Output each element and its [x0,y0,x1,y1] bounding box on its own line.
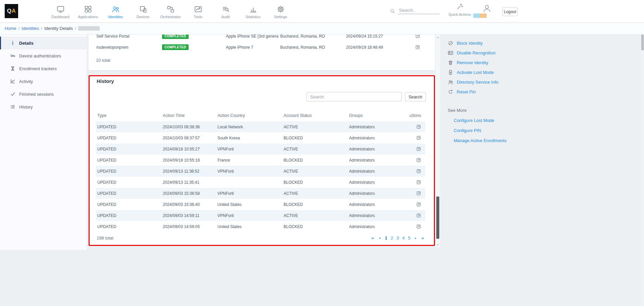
breadcrumb-separator: / [18,26,20,31]
action-directory-service-info[interactable]: Directory Service Info [448,77,538,87]
cell-time: 2024/09/19 18:48:49 [344,45,399,50]
action-remove-identity[interactable]: Remove Identity [448,58,538,68]
breadcrumb-home[interactable]: Home [5,26,16,31]
action-disable-recognition[interactable]: Disable Recognition [448,48,538,58]
block-icon [448,40,453,46]
cell-action-time: 2024/09/18 10:55:18 [161,158,216,163]
cell-actions [409,135,425,140]
col-action-time: Action Time [161,113,216,118]
row-details-icon[interactable] [416,202,421,207]
nav-statistics[interactable]: Statistics [239,0,267,22]
brand-logo[interactable]: QA [5,4,18,18]
sessions-table: Self Service Portal COMPLETED Apple iPho… [95,35,424,53]
cell-name: nsdeveloponprem [95,45,160,50]
logout-button[interactable]: Logout [502,7,518,16]
nav-audit[interactable]: Audit [212,0,239,22]
cell-action-time: 2024/10/03 08:37:57 [161,136,216,140]
sidebar-item-device-authenticators[interactable]: Device authenticators [0,49,87,62]
app-window: QA Dashboard Applications Identities Dev… [0,0,644,306]
cell-account-status: ACTIVE [282,125,347,129]
next-page-icon[interactable] [414,236,417,240]
wand-icon [456,3,463,10]
first-page-icon[interactable] [371,236,375,240]
cell-action-time: 2024/09/13 11:36:52 [161,169,216,174]
cell-groups: Administrators [347,202,409,207]
cell-actions [399,35,424,39]
user-avatar[interactable] [482,4,492,14]
cell-type: UPDATED [96,202,161,207]
sidebar-item-enrollment-trackers[interactable]: Enrollment trackers [0,62,87,75]
breadcrumb-separator: / [41,26,42,31]
list-icon [10,104,15,110]
cell-device: Apple iPhone 7 [224,45,279,50]
page-number-2[interactable]: 2 [391,235,393,242]
page-number-3[interactable]: 3 [396,235,399,242]
cell-type: UPDATED [96,125,161,129]
link-manage-active-enrollments[interactable]: Manage Active Enrollments [448,134,538,144]
content-scrollbar-thumb[interactable] [436,196,439,239]
scroll-up-arrow[interactable]: ▲ [436,35,440,39]
row-details-icon[interactable] [416,146,421,151]
sidebar-item-finished-sessions[interactable]: Finished sessions [0,88,87,100]
cell-action-time: 2024/09/03 15:36:40 [161,202,216,207]
nav-devices[interactable]: Devices [129,0,157,22]
sidebar-item-activity[interactable]: Activity [0,75,87,88]
action-block-identity[interactable]: Block Identity [448,38,538,48]
cell-actions [409,180,425,185]
nav-settings[interactable]: Settings [267,0,294,22]
page-number-5[interactable]: 5 [408,235,410,242]
nav-dashboard[interactable]: Dashboard [47,0,74,22]
nav-tools[interactable]: Tools [184,0,212,22]
nav-label: Tools [194,15,202,19]
row-details-icon[interactable] [416,158,421,163]
window-scrollbar[interactable] [641,22,644,306]
col-actions: Actions [409,113,425,118]
row-details-icon[interactable] [416,169,421,174]
row-details-icon[interactable] [416,213,421,218]
row-details-icon[interactable] [416,224,421,229]
table-row: UPDATED 2024/09/13 11:35:41 BLOCKED Admi… [96,177,425,188]
history-search-button[interactable]: Search [405,92,426,101]
history-title: History [97,78,114,85]
row-details-icon[interactable] [416,191,421,196]
cell-groups: Administrators [347,158,409,163]
table-row: Self Service Portal COMPLETED Apple iPho… [95,35,424,42]
status-badge: COMPLETED [162,44,189,50]
action-label: Reset Pin [457,89,476,94]
table-row: UPDATED 2024/09/03 15:36:40 United State… [96,199,425,210]
search-input[interactable] [398,7,439,14]
row-details-icon[interactable] [415,45,420,50]
previous-page-icon[interactable] [378,236,382,240]
quick-actions-button[interactable]: Quick Actions [448,3,471,16]
nav-orchestrator[interactable]: Orchestrator [157,0,184,22]
link-configure-pin[interactable]: Configure PIN [448,124,538,134]
row-details-icon[interactable] [416,180,421,185]
cell-account-status: BLOCKED [282,202,347,207]
breadcrumb-identities[interactable]: Identities [21,26,39,31]
action-label: Directory Service Info [457,80,498,85]
flag-color-right [480,13,487,18]
action-reset-pin[interactable]: Reset Pin [448,87,538,97]
cell-account-status: ACTIVE [282,169,347,174]
history-search-input[interactable] [306,92,402,101]
logo-letter-a: A [11,8,16,14]
row-details-icon[interactable] [416,124,421,129]
cell-groups: Administrators [347,180,409,185]
page-number-4[interactable]: 4 [402,235,405,242]
row-details-icon[interactable] [415,35,420,39]
cell-account-status: BLOCKED [282,136,347,140]
action-activate-lost-mode[interactable]: Activate Lost Mode [448,68,538,77]
see-more-label: See More [448,107,538,114]
page-number-1[interactable]: 1 [385,235,387,242]
nav-applications[interactable]: Applications [74,0,102,22]
cell-actions [409,213,425,218]
row-details-icon[interactable] [416,135,421,140]
nav-identities[interactable]: Identities [102,0,129,22]
scroll-down-arrow[interactable]: ▼ [436,243,440,247]
table-row: UPDATED 2024/10/03 08:38:36 Local Networ… [96,121,425,132]
sidebar-item-details[interactable]: Details [0,37,87,49]
link-configure-lost-mode[interactable]: Configure Lost Mode [448,114,538,124]
sidebar-item-history[interactable]: History [0,100,87,113]
last-page-icon[interactable] [421,236,425,240]
applications-icon [84,5,92,13]
